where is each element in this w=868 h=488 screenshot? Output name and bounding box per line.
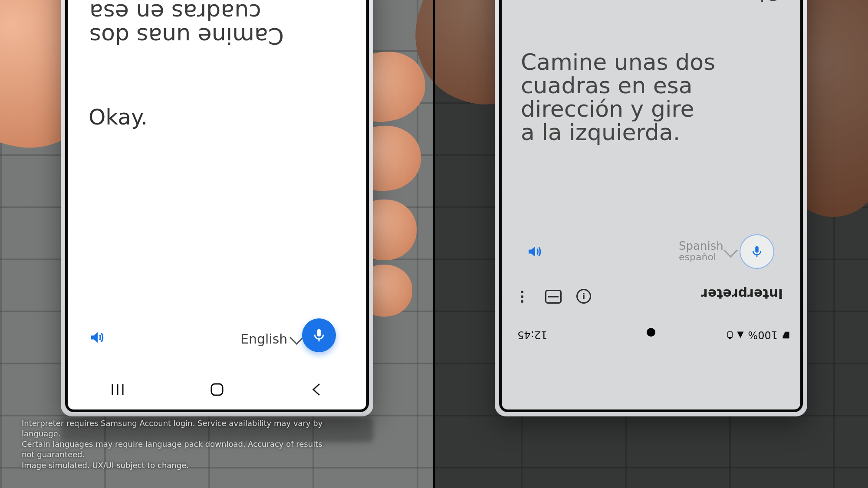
svg-rect-0 — [317, 329, 321, 337]
language-label-line2: español — [679, 252, 716, 262]
speaker-icon[interactable] — [526, 244, 542, 259]
right-controls-row: Spanish español — [502, 233, 800, 272]
android-nav-bar — [68, 370, 366, 409]
svg-rect-5 — [211, 384, 223, 395]
left-controls-row: English — [68, 318, 366, 362]
other-party-text-content: Camine unas dos cuadras en esa dirección… — [89, 0, 345, 48]
right-half: Okay. Camine unas dos cuadras en esa dir… — [434, 0, 868, 488]
status-battery: 100% — [727, 329, 791, 341]
nav-recents-button[interactable] — [108, 380, 128, 400]
status-battery-pct: 100% — [748, 329, 778, 341]
phone-left: Camine unas dos cuadras en esa dirección… — [61, 0, 373, 416]
phone-left-screen: Camine unas dos cuadras en esa dirección… — [68, 0, 366, 409]
language-selector[interactable]: English — [240, 331, 302, 347]
action-bar: i Interpreter — [502, 285, 800, 312]
self-text: Okay. — [89, 105, 148, 130]
chevron-down-icon — [290, 331, 304, 345]
split-view-icon[interactable] — [545, 290, 562, 304]
svg-rect-9 — [729, 337, 731, 339]
other-party-text-right: Okay. — [724, 0, 781, 5]
left-half: Camine unas dos cuadras en esa dirección… — [0, 0, 434, 488]
other-party-text: Camine unas dos cuadras en esa dirección… — [68, 0, 366, 48]
info-icon[interactable]: i — [576, 289, 591, 304]
phone-right-screen: Okay. Camine unas dos cuadras en esa dir… — [502, 0, 800, 409]
svg-rect-8 — [728, 332, 732, 337]
microphone-button[interactable] — [740, 234, 774, 269]
svg-rect-1 — [319, 339, 320, 342]
more-menu-icon[interactable] — [521, 291, 523, 303]
split-divider — [433, 0, 435, 488]
microphone-button[interactable] — [302, 318, 336, 352]
nav-home-button[interactable] — [207, 380, 227, 400]
language-label: English — [240, 331, 287, 347]
app-title: Interpreter — [701, 286, 783, 301]
phone-right: Okay. Camine unas dos cuadras en esa dir… — [495, 0, 807, 416]
chevron-down-icon — [723, 243, 738, 258]
translation-text: Camine unas dos cuadras en esa dirección… — [521, 50, 715, 144]
disclaimer-text: Interpreter requires Samsung Account log… — [22, 418, 334, 471]
status-clock: 12:45 — [517, 329, 547, 341]
camera-punch-hole — [647, 328, 655, 337]
svg-rect-7 — [756, 255, 758, 257]
svg-rect-6 — [755, 246, 759, 253]
language-label-line1: Spanish — [679, 240, 723, 252]
language-selector[interactable]: Spanish español — [679, 240, 723, 262]
nav-back-button[interactable] — [306, 380, 326, 400]
speaker-icon[interactable] — [89, 330, 104, 345]
